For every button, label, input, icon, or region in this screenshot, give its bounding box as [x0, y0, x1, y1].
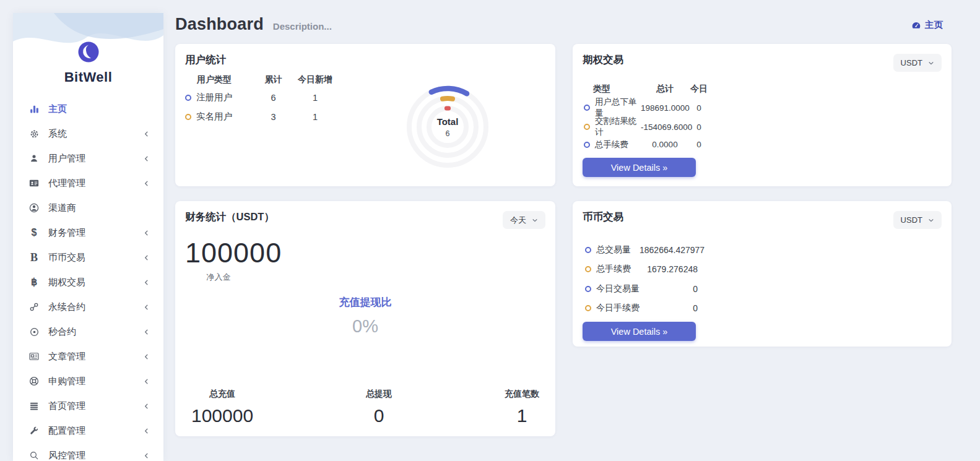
stat-label: 总充值	[191, 389, 253, 400]
table-row: 用户总下单量 198691.0000 0	[583, 97, 942, 116]
sidebar-item-config-management[interactable]: 配置管理	[13, 418, 163, 443]
deposit-withdraw-ratio-value: 0%	[175, 316, 555, 337]
donut-center-label: Total	[437, 116, 459, 127]
row-today: 1	[293, 112, 337, 122]
sidebar-item-risk-management[interactable]: 风控管理	[13, 443, 163, 461]
orange-ring-marker	[585, 305, 591, 311]
currency-select[interactable]: USDT	[893, 54, 942, 72]
sidebar-item-system[interactable]: 系统	[13, 121, 163, 146]
sidebar-item-label: 首页管理	[48, 400, 143, 412]
indigo-ring-marker	[585, 286, 591, 292]
chevron-down-icon	[928, 217, 934, 223]
chevron-down-icon	[928, 60, 934, 66]
row-value: 1679.276248	[640, 264, 698, 274]
sidebar-item-subscription-management[interactable]: 申购管理	[13, 369, 163, 394]
stat-deposit-count: 充值笔数 1	[505, 389, 539, 426]
spot-trading-card: 币币交易 USDT 总交易量 1862664.427977 总手续费 1679.…	[573, 201, 952, 347]
user-stats-donut-chart: Total 6	[401, 80, 494, 173]
dollar-icon: $	[28, 228, 40, 238]
table-row: 今日交易量 0	[583, 279, 942, 299]
indigo-ring-marker	[185, 95, 191, 101]
indigo-ring-marker	[585, 247, 591, 253]
row-value: 0	[640, 284, 698, 294]
sidebar-item-label: 渠道商	[48, 202, 150, 214]
sidebar-item-perpetual-contract[interactable]: 永续合约	[13, 295, 163, 319]
page-title: Dashboard	[175, 15, 264, 34]
bitwell-logo	[78, 41, 99, 62]
col-total: 累计	[253, 74, 293, 85]
sidebar-item-label: 秒合约	[48, 326, 143, 338]
net-deposit-value: 100000	[185, 237, 282, 269]
page-header: Dashboard Description...	[175, 15, 332, 34]
row-total: 0.0000	[641, 140, 689, 149]
stat-value: 0	[366, 405, 392, 426]
sidebar-item-label: 风控管理	[48, 450, 143, 461]
row-value: 0	[640, 303, 698, 313]
period-value: 今天	[510, 215, 526, 226]
sidebar-item-spot-trading[interactable]: B币币交易	[13, 245, 163, 270]
chevron-left-icon	[143, 353, 150, 360]
chevron-left-icon	[143, 452, 150, 459]
options-trading-card: 期权交易 USDT 类型 总计 今日 用户总下单量 198691.0000 0 …	[573, 44, 952, 186]
view-details-button[interactable]: View Details »	[583, 158, 696, 177]
list-icon	[28, 401, 40, 411]
view-details-button[interactable]: View Details »	[583, 322, 696, 341]
row-label: 总交易量	[596, 244, 631, 256]
home-breadcrumb-link[interactable]: 主页	[911, 19, 943, 31]
sidebar-item-homepage-management[interactable]: 首页管理	[13, 394, 163, 418]
brand-name: BitWell	[13, 69, 163, 85]
row-label: 实名用户	[196, 111, 232, 123]
row-today: 0	[689, 103, 709, 113]
sidebar-item-label: 系统	[48, 128, 143, 140]
sidebar-item-second-contract[interactable]: 秒合约	[13, 319, 163, 344]
sidebar-item-label: 币币交易	[48, 252, 143, 264]
gauge-icon	[911, 20, 921, 30]
newspaper-icon	[28, 351, 40, 362]
spot-trading-title: 币币交易	[583, 210, 942, 224]
sidebar-item-agent-management[interactable]: 代理管理	[13, 171, 163, 196]
chevron-left-icon	[143, 428, 150, 434]
col-user-type: 用户类型	[185, 74, 253, 85]
deposit-withdraw-ratio-label: 充值提现比	[175, 295, 555, 309]
sidebar-item-label: 配置管理	[48, 425, 143, 437]
id-card-icon	[28, 178, 40, 189]
sidebar-item-label: 主页	[48, 103, 150, 115]
orange-ring-marker	[585, 266, 591, 272]
sidebar-item-home[interactable]: 主页	[13, 97, 163, 121]
finance-bottom-stats: 总充值 100000 总提现 0 充值笔数 1	[175, 389, 555, 426]
row-total: 3	[253, 112, 293, 122]
sidebar-item-label: 财务管理	[48, 227, 143, 239]
sidebar-item-channel-provider[interactable]: 渠道商	[13, 196, 163, 220]
row-total: 198691.0000	[641, 103, 689, 113]
col-today: 今日	[689, 84, 709, 95]
sidebar-item-label: 文章管理	[48, 351, 143, 363]
wrench-icon	[28, 426, 40, 436]
sidebar-item-label: 代理管理	[48, 178, 143, 189]
bitcoin-icon: ฿	[28, 277, 40, 287]
options-trading-title: 期权交易	[583, 53, 942, 67]
period-select[interactable]: 今天	[503, 211, 545, 229]
circle-dot-icon	[28, 327, 40, 337]
orange-ring-marker	[185, 114, 191, 120]
col-new-today: 今日新增	[293, 74, 337, 85]
sidebar-item-label: 用户管理	[48, 153, 143, 165]
chevron-left-icon	[143, 304, 150, 311]
magnifier-icon	[28, 450, 40, 460]
chevron-left-icon	[143, 155, 150, 162]
sidebar-item-user-management[interactable]: 用户管理	[13, 146, 163, 171]
stat-total-deposit: 总充值 100000	[191, 389, 253, 426]
col-type: 类型	[584, 84, 641, 95]
finance-stats-title: 财务统计（USDT）	[185, 210, 545, 224]
sidebar-item-article-management[interactable]: 文章管理	[13, 344, 163, 369]
sidebar-item-finance-management[interactable]: $财务管理	[13, 220, 163, 245]
options-table-header: 类型 总计 今日	[583, 82, 942, 97]
stat-label: 充值笔数	[505, 389, 539, 400]
user-stats-title: 用户统计	[185, 53, 545, 67]
currency-select[interactable]: USDT	[893, 211, 942, 229]
row-label: 今日交易量	[596, 283, 640, 295]
sidebar-item-options-trading[interactable]: ฿期权交易	[13, 270, 163, 295]
page-subtitle: Description...	[273, 21, 332, 32]
chevron-left-icon	[143, 403, 150, 410]
stat-total-withdraw: 总提现 0	[366, 389, 392, 426]
user-icon	[28, 153, 40, 163]
